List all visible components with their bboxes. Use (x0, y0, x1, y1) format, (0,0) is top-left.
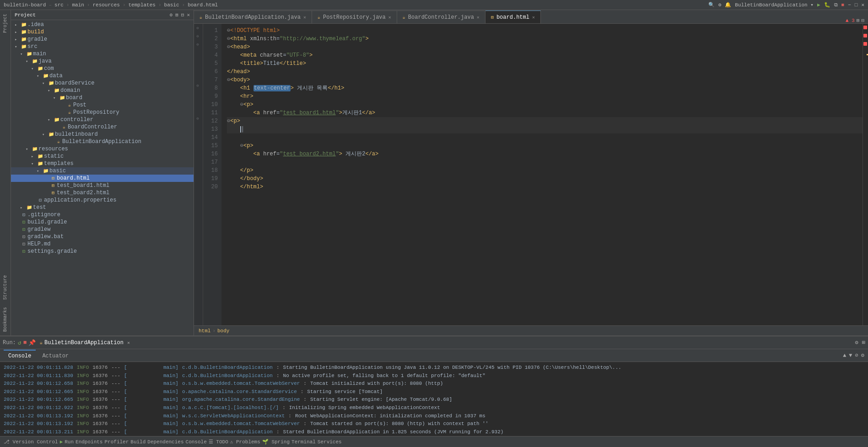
console-status-tab[interactable]: Console (186, 439, 207, 445)
tree-item-test-board1[interactable]: ⊞ test_board1.html (11, 182, 194, 189)
tree-item-java[interactable]: 📁 java (11, 58, 194, 65)
tree-item-gradle[interactable]: 📁 gradle (11, 36, 194, 43)
sidebar-collapse-icon[interactable]: ⊟ (181, 12, 184, 18)
run-close-icon[interactable]: ✕ (127, 340, 130, 346)
problems-tab[interactable]: ⚠ Problems (230, 439, 260, 445)
sidebar-settings-icon[interactable]: ⚙ (170, 12, 173, 18)
tree-item-build[interactable]: 📁 build (11, 28, 194, 36)
tree-item-gitignore[interactable]: ⊡ .gitignore (11, 211, 194, 218)
run-button[interactable]: ▶ (817, 2, 820, 8)
tree-item-help[interactable]: ⊡ HELP.md (11, 240, 194, 248)
tree-item-static[interactable]: 📁 static (11, 153, 194, 160)
build-tab[interactable]: Build (130, 439, 146, 445)
tree-item-idea[interactable]: 📁 .idea (11, 21, 194, 28)
tree-item-build-gradle[interactable]: ⊡ build.gradle (11, 218, 194, 226)
tab-close-icon[interactable]: ✕ (388, 15, 391, 20)
terminal-tab[interactable]: Terminal (291, 439, 316, 445)
run-status-tab[interactable]: ▶ Run (60, 439, 74, 445)
tree-item-boardservice[interactable]: 📁 boardService (11, 80, 194, 87)
tree-item-settings-gradle[interactable]: ⊡ settings.gradle (11, 248, 194, 255)
tree-item-basic[interactable]: 📁 basic (11, 167, 194, 175)
todo-tab[interactable]: ☰ TODO (209, 439, 228, 445)
tree-item-test[interactable]: 📁 test (11, 204, 194, 211)
fold-2[interactable]: ⊖ (194, 32, 201, 40)
tree-item-board-html[interactable]: ⊞ board.html (11, 175, 194, 182)
debug-button[interactable]: 🐛 (824, 2, 830, 8)
minimize-button[interactable]: − (848, 2, 851, 8)
tab-postrepository[interactable]: ☕ PostRepository.java ✕ (312, 11, 397, 23)
tree-item-gradlew[interactable]: ⊡ gradlew (11, 226, 194, 233)
run-pin-icon[interactable]: 📌 (28, 339, 36, 346)
tree-item-bulletinboard[interactable]: 📁 bulletinboard (11, 131, 194, 138)
fold-1[interactable]: ⊖ (194, 24, 201, 32)
bookmarks-icon[interactable]: Bookmarks (3, 305, 8, 334)
spring-tab[interactable]: 🌱 Spring (262, 439, 290, 445)
tree-item-com[interactable]: 📁 com (11, 65, 194, 72)
run-controls[interactable]: ↺ ■ 📌 (18, 339, 36, 346)
tree-item-src[interactable]: 📁 src (11, 43, 194, 50)
tree-item-templates[interactable]: 📁 templates (11, 160, 194, 167)
structure-icon[interactable]: Structure (3, 273, 8, 302)
tree-item-bulletinboardapp[interactable]: ☕ BulletinBoardApplication (11, 138, 194, 145)
window-controls[interactable]: 🔍 ⚙ 🔔 BulletinBoardApplication ▾ ▶ 🐛 ⧉ ■… (708, 2, 864, 8)
maximize-button[interactable]: □ (855, 2, 858, 8)
notification-icon[interactable]: 🔔 (725, 2, 731, 8)
code-editor[interactable]: ⊖<!DOCTYPE html> ⊖<html xmlns:th="http:/… (221, 24, 863, 325)
tree-item-domain[interactable]: 📁 domain (11, 87, 194, 94)
sidebar-close-icon[interactable]: ✕ (187, 12, 190, 18)
run-tab[interactable]: ☕ BulletinBoardApplication ✕ (38, 340, 131, 346)
tree-item-controller[interactable]: 📁 controller (11, 116, 194, 123)
profiler-tab[interactable]: Profiler (104, 439, 129, 445)
tree-item-board-folder[interactable]: 📁 board (11, 94, 194, 101)
console-tab[interactable]: Console (4, 350, 36, 362)
settings-icon[interactable]: ⚙ (718, 2, 722, 8)
tab-board-html[interactable]: ⊞ board.html ✕ (485, 11, 541, 23)
stop-button[interactable]: ■ (841, 2, 845, 8)
tab-bulletinboardapp[interactable]: ☕ BulletinBoardApplication.java ✕ (194, 11, 312, 23)
fold-12[interactable]: ⊖ (194, 114, 201, 122)
tab-close-icon[interactable]: ✕ (303, 15, 306, 20)
expand-icon[interactable]: ⊞ (862, 339, 865, 346)
tree-item-data[interactable]: 📁 data (11, 72, 194, 80)
console-up-icon[interactable]: ▲ (843, 352, 846, 359)
console-clear-icon[interactable]: ⊘ (855, 352, 858, 359)
tree-item-test-board2[interactable]: ⊞ test_board2.html (11, 189, 194, 197)
console-down-icon[interactable]: ▼ (849, 352, 852, 359)
breadcrumb-body[interactable]: body (217, 328, 229, 334)
services-tab[interactable]: Services (318, 439, 342, 445)
fold-7[interactable]: ⊖ (194, 81, 201, 90)
console-right-controls[interactable]: ▲ ▼ ⊘ ⚙ (843, 352, 864, 359)
breadcrumb-html[interactable]: html (199, 328, 210, 334)
tab-close-icon[interactable]: ✕ (532, 15, 535, 20)
tree-item-main[interactable]: 📁 main (11, 50, 194, 58)
tree-item-post[interactable]: ☕ Post (11, 101, 194, 109)
close-button[interactable]: ✕ (861, 2, 864, 8)
fold-3[interactable]: ⊖ (194, 40, 201, 48)
version-control-tab[interactable]: ⎇ Version Control (4, 439, 58, 445)
run-restart-icon[interactable]: ↺ (18, 339, 22, 346)
tab-close-icon[interactable]: ✕ (477, 15, 480, 20)
collapse-icon[interactable]: ⊟ (861, 17, 864, 23)
search-icon[interactable]: 🔍 (708, 2, 715, 8)
settings-icon[interactable]: ⚙ (855, 339, 858, 346)
tree-item-gradlew-bat[interactable]: ⊡ gradlew.bat (11, 233, 194, 240)
actuator-tab[interactable]: Actuator (38, 350, 73, 362)
run-stop-icon[interactable]: ■ (23, 339, 27, 346)
project-icon[interactable]: Project (3, 12, 8, 35)
run-with-coverage[interactable]: ⧉ (834, 2, 838, 8)
endpoints-tab[interactable]: Endpoints (75, 439, 102, 445)
dependencies-tab[interactable]: Dependencies (147, 439, 183, 445)
folder-icon: 📁 (37, 65, 44, 72)
tree-item-app-props[interactable]: ⊡ application.properties (11, 197, 194, 204)
tree-item-boardcontroller[interactable]: ☕ BoardController (11, 123, 194, 131)
expand-icon[interactable]: ⊞ (857, 17, 860, 23)
tree-item-postrepository[interactable]: ☕ PostRepository (11, 109, 194, 116)
code-line-6: </head> (227, 68, 863, 76)
bottom-right-controls[interactable]: ⚙ ⊞ (855, 339, 865, 346)
tab-boardcontroller[interactable]: ☕ BoardController.java ✕ (397, 11, 485, 23)
sidebar-header-icons[interactable]: ⚙ ⊞ ⊟ ✕ (170, 12, 190, 18)
tree-item-resources[interactable]: 📁 resources (11, 145, 194, 153)
app-dropdown[interactable]: BulletinBoardApplication ▾ (735, 2, 814, 8)
console-settings-icon[interactable]: ⚙ (861, 352, 864, 359)
sidebar-expand-icon[interactable]: ⊞ (175, 12, 178, 18)
